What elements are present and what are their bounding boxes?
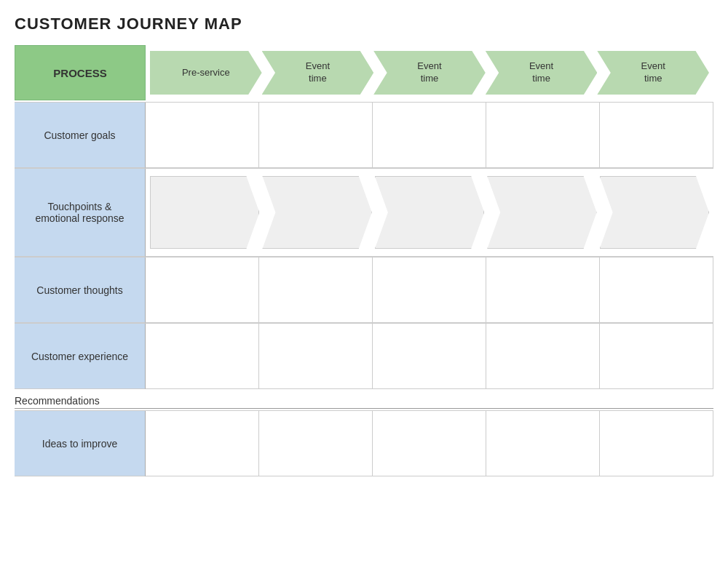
customer-experience-cells [146,324,713,389]
process-label: PROCESS [15,45,146,100]
stage-4: Event time [486,51,598,95]
thoughts-cell-3[interactable] [373,257,486,323]
ideas-cell-1[interactable] [146,411,259,476]
stage-2-shape: Event time [262,51,374,95]
page-title: CUSTOMER JOURNEY MAP [15,15,713,33]
ideas-row: Ideas to improve [15,410,713,476]
customer-experience-label: Customer experience [15,324,146,389]
experience-cell-3[interactable] [373,324,486,389]
stage-2: Event time [262,51,374,95]
recommendations-label: Recommendations [15,391,713,408]
touch-arrow-4 [487,176,596,249]
thoughts-cell-1[interactable] [146,257,259,323]
customer-goals-row: Customer goals [15,102,713,168]
touch-arrow-3 [375,176,484,249]
ideas-cell-3[interactable] [373,411,486,476]
touch-arrow-2 [262,176,371,249]
goals-cell-4[interactable] [486,103,600,168]
experience-cell-4[interactable] [486,324,600,389]
customer-thoughts-label: Customer thoughts [15,257,146,323]
experience-cell-1[interactable] [146,324,259,389]
customer-thoughts-row: Customer thoughts [15,257,713,323]
recommendations-divider [15,408,713,409]
goals-cell-1[interactable] [146,103,259,168]
process-arrow-container: Pre-service Event time Event time Event … [146,45,713,100]
customer-goals-label: Customer goals [15,103,146,168]
stage-5-shape: Event time [597,51,709,95]
touch-arrow-5 [600,176,709,249]
ideas-cell-2[interactable] [259,411,373,476]
thoughts-cell-5[interactable] [600,257,713,323]
experience-cell-5[interactable] [600,324,713,389]
process-row: PROCESS Pre-service Event time Event tim… [15,45,713,100]
ideas-cell-5[interactable] [600,411,713,476]
ideas-cell-4[interactable] [486,411,600,476]
customer-experience-row: Customer experience [15,323,713,389]
experience-cell-2[interactable] [259,324,373,389]
touchpoints-label: Touchpoints & emotional response [15,169,146,257]
goals-cell-3[interactable] [373,103,486,168]
touchpoints-row: Touchpoints & emotional response [15,168,713,257]
touchpoints-cells [146,169,713,257]
stage-4-shape: Event time [486,51,598,95]
ideas-label: Ideas to improve [15,411,146,476]
thoughts-cell-2[interactable] [259,257,373,323]
stage-1: Pre-service [150,51,262,95]
goals-cell-2[interactable] [259,103,373,168]
customer-goals-cells [146,103,713,168]
ideas-cells [146,411,713,476]
thoughts-cell-4[interactable] [486,257,600,323]
stage-3: Event time [373,51,486,95]
stage-5: Event time [597,51,709,95]
customer-thoughts-cells [146,257,713,323]
touch-arrow-1 [150,176,259,249]
stage-3-shape: Event time [373,51,486,95]
goals-cell-5[interactable] [600,103,713,168]
stage-1-shape: Pre-service [150,51,262,95]
